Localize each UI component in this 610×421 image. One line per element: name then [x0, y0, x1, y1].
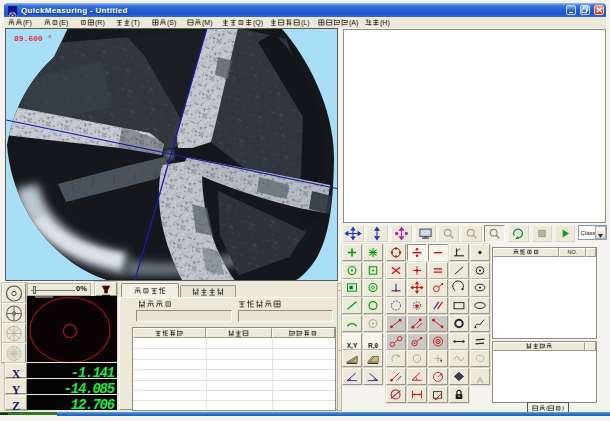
svg-text:89.600 °: 89.600 °	[14, 34, 52, 43]
